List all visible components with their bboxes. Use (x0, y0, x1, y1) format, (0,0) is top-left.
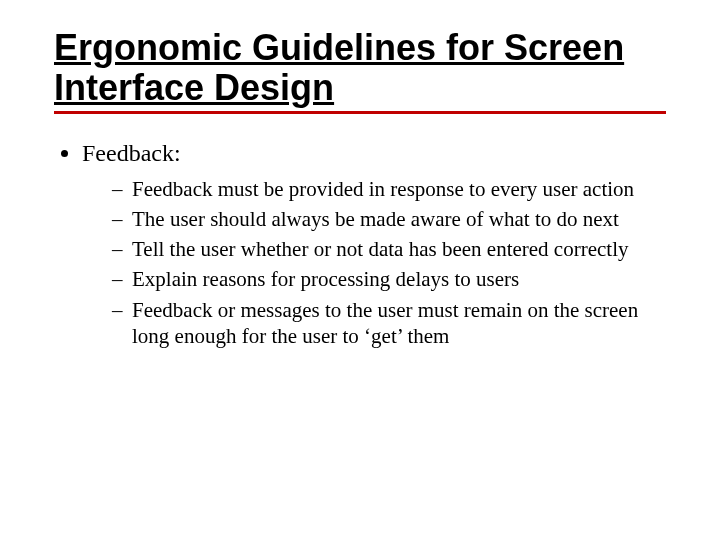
title-underline-rule: Ergonomic Guidelines for Screen Interfac… (54, 28, 666, 114)
list-item-text: Feedback must be provided in response to… (132, 177, 634, 201)
slide-title: Ergonomic Guidelines for Screen Interfac… (54, 28, 666, 109)
list-item: Feedback must be provided in response to… (112, 176, 666, 202)
section-item: Feedback: Feedback must be provided in r… (82, 138, 666, 350)
bullet-list-level2: Feedback must be provided in response to… (82, 176, 666, 350)
slide-body: Feedback: Feedback must be provided in r… (54, 138, 666, 350)
list-item: Feedback or messages to the user must re… (112, 297, 666, 350)
list-item: The user should always be made aware of … (112, 206, 666, 232)
list-item-text: Tell the user whether or not data has be… (132, 237, 628, 261)
list-item: Explain reasons for processing delays to… (112, 266, 666, 292)
list-item-text: Feedback or messages to the user must re… (132, 298, 638, 348)
section-heading: Feedback: (82, 140, 181, 166)
list-item: Tell the user whether or not data has be… (112, 236, 666, 262)
list-item-text: The user should always be made aware of … (132, 207, 619, 231)
bullet-list-level1: Feedback: Feedback must be provided in r… (54, 138, 666, 350)
list-item-text: Explain reasons for processing delays to… (132, 267, 519, 291)
slide: Ergonomic Guidelines for Screen Interfac… (0, 0, 720, 540)
